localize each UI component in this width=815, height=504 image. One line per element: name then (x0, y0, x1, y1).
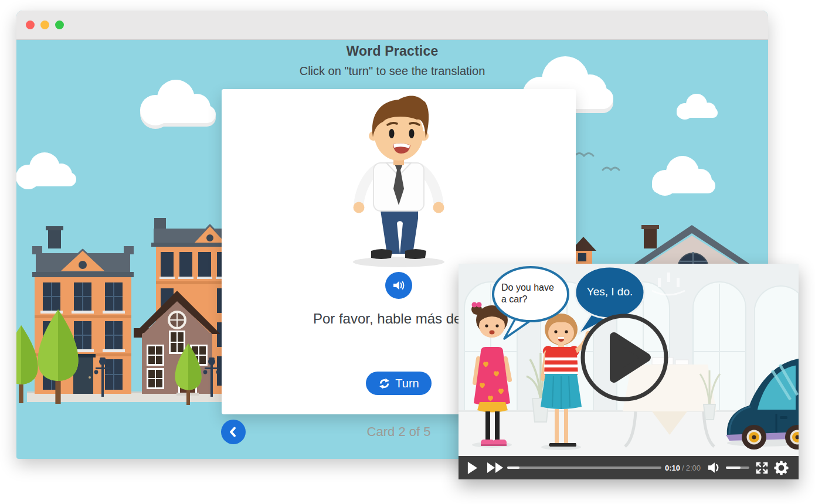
refresh-icon (378, 377, 390, 390)
time-display: 0:10/2:00 (665, 464, 701, 472)
man-illustration (343, 94, 454, 270)
minimize-window-button[interactable] (40, 21, 49, 29)
question-line-2: a car? (501, 294, 572, 305)
time-separator: / (682, 464, 684, 472)
volume-fill (726, 466, 741, 469)
current-time: 0:10 (665, 464, 680, 472)
volume-icon (707, 461, 721, 474)
gear-icon (774, 461, 789, 475)
speech-bubble-answer-text: Yes, I do. (575, 285, 645, 298)
speaker-icon (392, 278, 406, 292)
fast-forward-icon (487, 462, 504, 474)
cloud (677, 94, 718, 120)
progress-bar[interactable] (507, 466, 661, 469)
cloud (140, 80, 216, 125)
maximize-window-button[interactable] (55, 21, 64, 29)
turn-button-label: Turn (395, 377, 419, 390)
window-titlebar (16, 11, 768, 40)
video-scene: Do you have a car? Yes, I do. (459, 264, 799, 456)
speech-bubble-question-text: Do you have a car? (501, 282, 572, 305)
play-icon (579, 312, 670, 403)
play-icon (467, 461, 478, 475)
progress-fill (507, 466, 519, 469)
house-right (627, 225, 756, 268)
video-player-panel: Do you have a car? Yes, I do. (459, 264, 799, 479)
mute-button[interactable] (706, 461, 722, 475)
fullscreen-button[interactable] (754, 461, 769, 475)
screenshot-stage: Word Practice Click on "turn" to see the… (0, 0, 815, 504)
page-title: Word Practice (16, 43, 768, 59)
video-controls-bar: 0:10/2:00 (459, 456, 799, 479)
video-play-button[interactable] (464, 460, 480, 475)
settings-button[interactable] (773, 460, 789, 475)
volume-slider[interactable] (726, 466, 749, 469)
question-line-1: Do you have (501, 282, 572, 294)
fast-forward-button[interactable] (485, 462, 505, 474)
cloud (652, 156, 715, 196)
fullscreen-icon (755, 461, 769, 475)
close-window-button[interactable] (26, 21, 35, 29)
page-subtitle: Click on "turn" to see the translation (16, 64, 768, 78)
cloud (16, 152, 76, 189)
play-audio-button[interactable] (385, 272, 412, 299)
chevron-left-icon (226, 425, 240, 439)
video-big-play-button[interactable] (579, 312, 670, 403)
practice-header: Word Practice Click on "turn" to see the… (16, 43, 768, 78)
turn-button[interactable]: Turn (366, 372, 432, 395)
previous-card-button[interactable] (221, 420, 246, 444)
duration: 2:00 (686, 464, 701, 472)
